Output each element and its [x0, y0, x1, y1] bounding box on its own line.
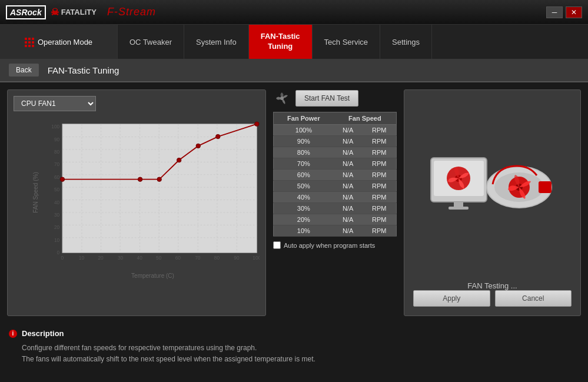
description-line1: Configure different fan speeds for respe… — [22, 343, 579, 354]
nav-item-settings[interactable]: Settings — [380, 25, 432, 59]
back-button[interactable]: Back — [9, 64, 39, 77]
apply-button[interactable]: Apply — [413, 290, 490, 307]
fan-power-cell: 100% — [274, 125, 334, 136]
fan-table-row: 30% N/A RPM — [274, 203, 397, 214]
fan-table-row: 10% N/A RPM — [274, 225, 397, 237]
fan-unit-cell: RPM — [362, 170, 396, 181]
svg-text:70: 70 — [195, 255, 201, 261]
asrock-logo: ASRock — [6, 5, 46, 19]
svg-text:90: 90 — [54, 137, 60, 142]
fan-speed-cell: N/A — [334, 158, 363, 170]
svg-text:10: 10 — [54, 237, 60, 243]
fan-speed-cell: N/A — [334, 214, 363, 225]
fan-table-row: 100% N/A RPM — [274, 125, 397, 136]
description-icon: i — [9, 330, 17, 338]
svg-text:40: 40 — [54, 200, 60, 205]
svg-text:40: 40 — [137, 255, 143, 261]
chart-wrapper: FAN Speed (%) — [46, 116, 260, 269]
fatality-logo: ☠ FATALiTY — [51, 6, 97, 18]
fan-action-buttons: Apply Cancel — [413, 290, 572, 307]
nav-label-settings: Settings — [392, 38, 420, 46]
svg-text:90: 90 — [234, 255, 240, 261]
fan-dropdown[interactable]: CPU FAN1 CPU FAN2 CHA_FAN1 CHA_FAN2 — [14, 96, 96, 111]
auto-apply-checkbox[interactable] — [273, 241, 281, 249]
window-controls: ─ ✕ — [546, 6, 582, 18]
svg-rect-54 — [449, 207, 469, 210]
nav-label-operation-mode: Operation Mode — [38, 38, 92, 46]
svg-rect-59 — [539, 181, 552, 193]
fan-speed-cell: N/A — [334, 203, 363, 214]
description-title: Description — [22, 329, 64, 338]
nav-item-tech-service[interactable]: Tech Service — [313, 25, 380, 59]
page-title: FAN-Tastic Tuning — [48, 65, 119, 75]
fan-unit-cell: RPM — [362, 147, 396, 158]
fan-unit-cell: RPM — [362, 125, 396, 136]
fan-unit-cell: RPM — [362, 225, 396, 237]
col-fan-speed: Fan Speed — [334, 112, 397, 125]
nav-item-system-info[interactable]: System Info — [184, 25, 249, 59]
fan-power-cell: 10% — [274, 225, 334, 237]
nav-item-oc-tweaker[interactable]: OC Tweaker — [118, 25, 184, 59]
fan-chart[interactable]: 0 10 20 30 40 50 60 70 80 90 100 0 10 20… — [46, 116, 260, 269]
graph-panel: CPU FAN1 CPU FAN2 CHA_FAN1 CHA_FAN2 FAN … — [7, 89, 266, 316]
app-logo: ASRock ☠ FATALiTY F-Stream — [6, 5, 156, 19]
fan-unit-cell: RPM — [362, 136, 396, 147]
x-axis-label: Temperature (C) — [46, 273, 260, 279]
fan-table-row: 20% N/A RPM — [274, 214, 397, 225]
svg-text:30: 30 — [118, 255, 124, 261]
skull-icon: ☠ — [51, 6, 59, 18]
brand-title: F-Stream — [107, 6, 156, 18]
fan-unit-cell: RPM — [362, 192, 396, 203]
nav-item-operation-mode[interactable]: Operation Mode — [0, 25, 118, 59]
fan-speed-cell: N/A — [334, 125, 363, 136]
fan-illustration-svg — [428, 149, 557, 231]
fan-table-row: 40% N/A RPM — [274, 192, 397, 203]
close-button[interactable]: ✕ — [566, 6, 582, 18]
description-panel: i Description Configure different fan sp… — [0, 323, 588, 382]
minimize-button[interactable]: ─ — [546, 6, 563, 18]
start-fan-test-button[interactable]: Start FAN Test — [295, 90, 358, 107]
svg-point-47 — [255, 122, 259, 126]
cancel-button[interactable]: Cancel — [495, 290, 572, 307]
fan-image-panel: FAN Testing ... Apply Cancel — [404, 89, 581, 316]
nav-item-fan-tastic[interactable]: FAN-TasticTuning — [249, 25, 313, 59]
fan-power-cell: 20% — [274, 214, 334, 225]
fan-power-cell: 50% — [274, 181, 334, 192]
fan-power-cell: 80% — [274, 147, 334, 158]
svg-point-42 — [138, 177, 142, 181]
svg-text:20: 20 — [54, 224, 60, 230]
fan-unit-cell: RPM — [362, 158, 396, 170]
svg-text:80: 80 — [54, 149, 60, 155]
fan-test-panel: Start FAN Test Fan Power Fan Speed 100% … — [273, 89, 397, 316]
fan-table-row: 70% N/A RPM — [274, 158, 397, 170]
svg-text:20: 20 — [98, 255, 104, 261]
svg-text:0: 0 — [61, 255, 64, 261]
fan-table-row: 90% N/A RPM — [274, 136, 397, 147]
fan-table-row: 60% N/A RPM — [274, 170, 397, 181]
fan-status-text: FAN Testing ... — [467, 281, 517, 290]
main-content: CPU FAN1 CPU FAN2 CHA_FAN1 CHA_FAN2 FAN … — [0, 82, 588, 323]
col-fan-power: Fan Power — [274, 112, 334, 125]
fan-test-header: Start FAN Test — [273, 89, 397, 107]
svg-point-41 — [60, 177, 64, 181]
title-bar: ASRock ☠ FATALiTY F-Stream ─ ✕ — [0, 0, 588, 25]
auto-apply-row: Auto apply when program starts — [273, 241, 397, 249]
description-line2: The fans will automatically shift to the… — [22, 354, 579, 365]
svg-rect-53 — [454, 202, 463, 207]
description-header: i Description — [9, 329, 579, 338]
svg-point-43 — [157, 177, 161, 181]
fan-power-cell: 70% — [274, 158, 334, 170]
svg-text:0: 0 — [57, 250, 60, 255]
fan-unit-cell: RPM — [362, 203, 396, 214]
fan-speed-cell: N/A — [334, 225, 363, 237]
description-body: Configure different fan speeds for respe… — [9, 343, 579, 365]
fan-table-row: 80% N/A RPM — [274, 147, 397, 158]
fan-speed-cell: N/A — [334, 181, 363, 192]
svg-point-46 — [216, 134, 220, 138]
fan-power-cell: 60% — [274, 170, 334, 181]
svg-point-44 — [177, 158, 181, 162]
fan-power-cell: 40% — [274, 192, 334, 203]
fan-selector: CPU FAN1 CPU FAN2 CHA_FAN1 CHA_FAN2 — [14, 96, 260, 111]
svg-text:100: 100 — [253, 255, 260, 261]
auto-apply-label: Auto apply when program starts — [284, 242, 375, 249]
